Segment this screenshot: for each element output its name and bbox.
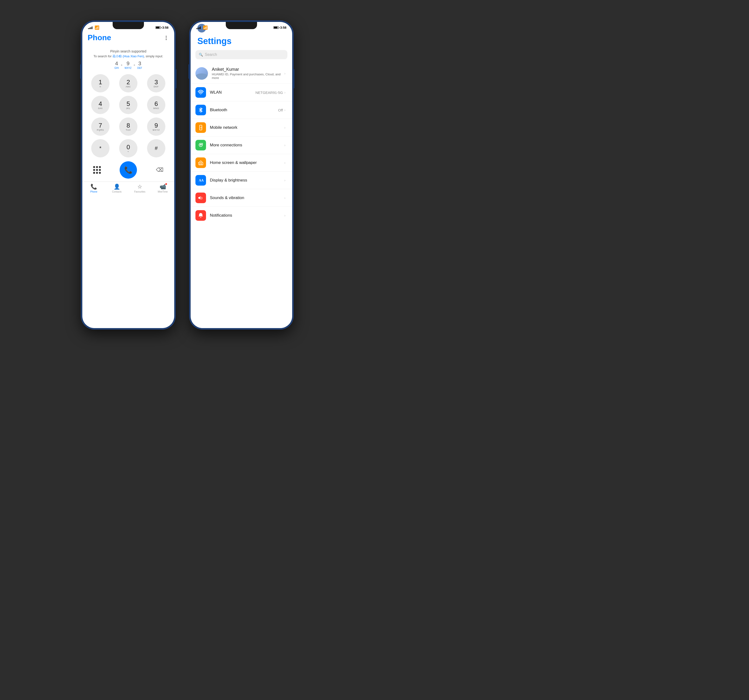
profile-subtitle: HUAWEI ID, Payment and purchases, Cloud,… <box>212 72 284 79</box>
nav-meetime-label: MeeTime <box>158 190 168 193</box>
notifications-chevron: › <box>284 214 286 217</box>
pinyin-description: To search for 花小粉 (Hua Xiao Fen), simply… <box>87 54 170 58</box>
mobile-chevron: › <box>284 126 286 130</box>
svg-point-0 <box>200 94 201 95</box>
status-time: 3:58 <box>162 26 168 29</box>
phone-app-title: Phone <box>88 33 111 42</box>
settings-title: Settings <box>191 31 292 50</box>
settings-item-bluetooth[interactable]: Bluetooth Off › <box>191 101 292 119</box>
wifi-status-icon: 📶 <box>95 25 99 30</box>
svg-text:AA: AA <box>199 179 203 182</box>
dial-key-9[interactable]: 9WXYZ <box>147 118 165 136</box>
settings-item-sounds[interactable]: Sounds & vibration › <box>191 189 292 207</box>
settings-list: WLAN NETGEAR91-5G › Bluetooth Off <box>191 84 292 224</box>
profile-chevron: › <box>284 72 286 75</box>
dial-key-7[interactable]: 7PQRS <box>91 118 110 136</box>
settings-item-connections[interactable]: More connections › <box>191 136 292 154</box>
mobile-label: Mobile network <box>210 125 284 130</box>
bluetooth-value: Off <box>278 108 283 112</box>
dial-key-hash[interactable]: # <box>147 139 165 157</box>
bottom-nav: 📞 Phone 👤 Contacts ☆ Favourites 📹 MeeTim… <box>82 182 174 198</box>
phone-device: 📶 3:58 Phone ⋮ Pinyin search supported T… <box>81 21 175 329</box>
dialpad: 1∞ 2ABC 3DEF 4GHI 5JKL 6MNO 7PQRS 8TUV 9… <box>82 72 174 160</box>
search-icon: 🔍 <box>199 53 203 57</box>
dial-key-4[interactable]: 4GHI <box>91 96 110 114</box>
dial-key-3[interactable]: 3DEF <box>147 74 165 92</box>
settings-item-wlan[interactable]: WLAN NETGEAR91-5G › <box>191 84 292 101</box>
dial-key-2[interactable]: 2ABC <box>119 74 138 92</box>
dial-key-1[interactable]: 1∞ <box>91 74 110 92</box>
bluetooth-label: Bluetooth <box>210 108 278 112</box>
settings-device: 📶 3:58 Settings 🔍 Search <box>190 21 293 329</box>
connections-label: More connections <box>210 143 284 148</box>
nav-contacts[interactable]: 👤 Contacts <box>108 184 125 193</box>
profile-avatar <box>196 67 208 79</box>
bluetooth-icon <box>196 105 206 115</box>
battery-icon <box>156 26 161 29</box>
nav-favourites[interactable]: ☆ Favourites <box>131 184 148 193</box>
sounds-icon <box>196 193 206 203</box>
svg-text:1l: 1l <box>200 126 202 129</box>
dial-key-5[interactable]: 5JKL <box>119 96 138 114</box>
connections-chevron: › <box>284 143 286 147</box>
call-button[interactable]: 📞 <box>119 161 137 179</box>
notifications-icon <box>196 210 206 221</box>
wlan-label: WLAN <box>210 90 255 95</box>
nav-phone-label: Phone <box>90 190 97 193</box>
wlan-chevron: › <box>284 90 286 94</box>
sounds-label: Sounds & vibration <box>210 196 284 200</box>
settings-signal-bars <box>196 26 201 29</box>
grid-button[interactable] <box>91 164 103 176</box>
svg-point-3 <box>201 143 203 145</box>
bluetooth-chevron: › <box>284 108 286 112</box>
settings-item-notifications[interactable]: Notifications › <box>191 207 292 224</box>
dial-actions: 📞 ⌫ <box>82 160 174 182</box>
display-icon: AA <box>196 175 206 186</box>
pinyin-numbers: 4 GHI + 9 WXYZ + 3 DEF <box>87 60 170 69</box>
settings-item-display[interactable]: AA Display & brightness › <box>191 172 292 189</box>
homescreen-chevron: › <box>284 161 286 165</box>
settings-item-homescreen[interactable]: Home screen & wallpaper › <box>191 154 292 172</box>
connections-icon <box>196 140 206 150</box>
nav-phone[interactable]: 📞 Phone <box>86 184 102 193</box>
nav-favourites-label: Favourites <box>134 190 145 193</box>
signal-bars <box>88 26 92 29</box>
delete-button[interactable]: ⌫ <box>154 164 166 176</box>
homescreen-icon <box>196 157 206 168</box>
settings-battery-icon <box>274 26 279 29</box>
mobile-icon: 1l <box>196 122 206 133</box>
wlan-value: NETGEAR91-5G <box>255 90 283 95</box>
wlan-icon <box>196 87 206 98</box>
pinyin-section: Pinyin search supported To search for 花小… <box>82 42 174 72</box>
nav-contacts-label: Contacts <box>112 190 122 193</box>
search-placeholder-text: Search <box>205 52 217 57</box>
settings-profile-item[interactable]: Aniket_Kumar HUAWEI ID, Payment and purc… <box>191 63 292 84</box>
display-chevron: › <box>284 178 286 182</box>
settings-page: Settings 🔍 Search Aniket_Kumar HUAWEI ID… <box>191 31 292 328</box>
profile-name: Aniket_Kumar <box>212 67 284 72</box>
dial-key-6[interactable]: 6MNO <box>147 96 165 114</box>
homescreen-label: Home screen & wallpaper <box>210 160 284 165</box>
dial-key-0[interactable]: 0+ <box>119 139 138 157</box>
dial-key-8[interactable]: 8TUV <box>119 118 138 136</box>
settings-item-mobile[interactable]: 1l Mobile network › <box>191 119 292 136</box>
display-label: Display & brightness <box>210 178 284 183</box>
settings-time: 3:58 <box>280 26 286 29</box>
settings-search-bar[interactable]: 🔍 Search <box>196 50 287 59</box>
sounds-chevron: › <box>284 196 286 200</box>
pinyin-title: Pinyin search supported <box>87 49 170 53</box>
nav-meetime[interactable]: 📹 MeeTime <box>154 184 171 193</box>
settings-wifi-icon: 📶 <box>203 25 208 30</box>
more-options-button[interactable]: ⋮ <box>164 35 169 41</box>
dial-key-star[interactable]: * <box>91 139 110 157</box>
notifications-label: Notifications <box>210 213 284 218</box>
